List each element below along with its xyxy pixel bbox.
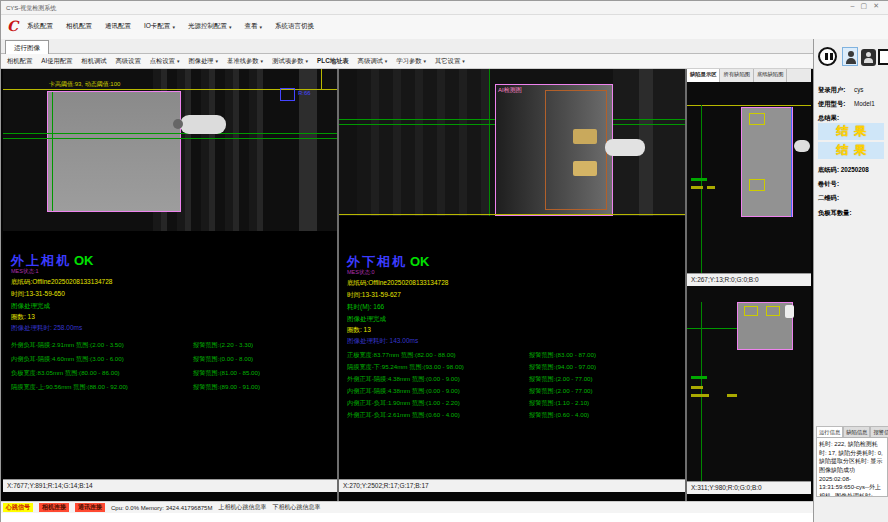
alarm-range: 报警范围:(2.20 - 3.30): [193, 341, 253, 350]
measurement-value: 内侧正耳-负耳:1.90mm 范围:(1.00 - 2.20): [347, 399, 529, 408]
alarm-range: 报警范围:(2.00 - 77.00): [529, 375, 593, 384]
close-icon[interactable]: ✕: [873, 2, 885, 9]
log-panel[interactable]: 耗时: 222, 缺陷检测耗时: 17, 缺陷分类耗时: 0, 缺陷提取分区耗时…: [816, 437, 888, 497]
toolbar-label: AI使用配置: [41, 57, 72, 66]
logout-button[interactable]: [878, 47, 888, 68]
bottom-filler: [1, 513, 813, 522]
green-measure-line: [3, 133, 337, 134]
green-vertical-line: [489, 69, 490, 216]
result-badge-upper: 结果: [818, 123, 884, 140]
lower-thumbnail-image[interactable]: [687, 286, 811, 481]
tiny-overlay-text-mark: [707, 186, 715, 189]
yellow-vertical-line: [321, 69, 322, 90]
toolbar-camera-config[interactable]: 相机配置: [7, 57, 32, 66]
menu-item-io-config[interactable]: IO卡配置▾: [144, 22, 175, 31]
ai-region-label: AI检测图: [498, 86, 522, 95]
toolbar-plc-address[interactable]: PLC地址表: [317, 57, 349, 66]
toolbar-advanced-debug[interactable]: 高级调试▾: [358, 57, 388, 66]
toolbar-image-processing[interactable]: 图像处理▾: [188, 57, 218, 66]
tiny-overlay-text-mark: [691, 186, 703, 189]
menu-label: 系统配置: [27, 22, 53, 31]
dropdown-arrow-icon: ▾: [216, 58, 219, 64]
measurement-value: 内侧正耳-隔膜:4.38mm 范围:(0.00 - 9.00): [347, 387, 529, 396]
menu-label: 光源控制配置: [188, 22, 227, 31]
lower-camera-image[interactable]: AI检测图: [339, 69, 685, 216]
blue-edge-line: [791, 107, 792, 217]
menu-label: 查看: [244, 22, 257, 31]
toolbar-label: 图像处理: [188, 57, 213, 66]
machine-background: [357, 69, 489, 216]
upper-camera-info: 外上相机OK MES状态:1 底纸码:Offline20250208133134…: [3, 231, 337, 479]
menu-item-comm-config[interactable]: 通讯配置: [105, 22, 131, 31]
toolbar-test-params[interactable]: 测试项参数▾: [272, 57, 308, 66]
electrode-region-box: [47, 91, 181, 212]
tab-paper-defects[interactable]: 底纸缺陷图: [754, 69, 787, 82]
dropdown-arrow-icon: ▾: [261, 58, 264, 64]
yellow-roi-box: [749, 113, 765, 125]
toolbar-label: 其它设置: [435, 57, 460, 66]
result-ok-badge: OK: [410, 254, 430, 269]
toolbar-advanced-settings[interactable]: 高级设置: [116, 57, 141, 66]
tab-all-defects[interactable]: 所有缺陷图: [720, 69, 753, 82]
yellow-reference-line: [687, 105, 811, 106]
menu-item-light-control[interactable]: 光源控制配置▾: [188, 22, 232, 31]
toolbar-label: 基准线参数: [227, 57, 258, 66]
toolbar-label: 相机调试: [81, 57, 106, 66]
paper-code-label: 底纸码: 20250208: [818, 166, 869, 175]
menu-item-system-config[interactable]: 系统配置: [27, 22, 53, 31]
measurement-row: 隔膜宽度-上:90.56mm 范围:(88.00 - 92.00)报警范围:(8…: [11, 383, 335, 392]
model-value: Model1: [854, 100, 875, 107]
logout-door-icon: [878, 49, 888, 65]
toolbar-baseline-params[interactable]: 基准线参数▾: [227, 57, 263, 66]
upper-thumbnail-image[interactable]: [687, 82, 811, 273]
login-user-button[interactable]: [842, 47, 862, 68]
toolbar-other-settings[interactable]: 其它设置▾: [435, 57, 465, 66]
toolbar-camera-debug[interactable]: 相机调试: [81, 57, 106, 66]
measurement-row: 内侧正耳-负耳:1.90mm 范围:(1.00 - 2.20)报警范围:(1.1…: [347, 399, 683, 408]
lower-thumbnail-statusbar: X:311;Y:980;R:0;G:0;B:0: [687, 481, 811, 494]
result-text: 结果: [830, 142, 872, 159]
alarm-range: 报警范围:(89.00 - 91.00): [193, 383, 260, 392]
camera-name: 外下相机: [347, 254, 407, 269]
roi-box: [280, 88, 295, 101]
menu-item-view[interactable]: 查看▾: [244, 22, 262, 31]
measurement-value: 隔膜宽度-下:95.24mm 范围:(93.00 - 98.00): [347, 363, 529, 372]
result-ok-badge: OK: [74, 253, 94, 268]
menu-item-language-switch[interactable]: 系统语言切换: [275, 22, 314, 31]
lower-camera-info: 外下相机OK MES状态:0 底纸码:Offline20250208133134…: [339, 216, 685, 479]
extra-elapsed-text: 耗时(M): 166: [347, 303, 384, 312]
gripper-tip: [173, 119, 183, 129]
maximize-icon[interactable]: ▢: [861, 2, 874, 9]
toolbar-learning-params[interactable]: 学习参数▾: [396, 57, 426, 66]
menu-item-camera-config[interactable]: 相机配置: [66, 22, 92, 31]
toolbar-spot-check[interactable]: 点检设置▾: [150, 57, 180, 66]
login-user-label: 登录用户:: [818, 86, 845, 95]
needle-number-label: 卷针号:: [818, 180, 839, 189]
toolbar-label: 高级设置: [116, 57, 141, 66]
titlebar: CYS-视觉检测系统 –▢✕: [1, 1, 888, 15]
tab-strip: 运行图像: [1, 39, 813, 54]
gripper-arm: [180, 115, 226, 134]
green-edge-line: [52, 92, 53, 211]
tab-run-image[interactable]: 运行图像: [5, 40, 49, 54]
yellow-roi-box: [744, 306, 758, 316]
gripper-arm: [794, 140, 810, 152]
process-done-text: 图像处理完成: [11, 302, 50, 311]
green-measure-line: [687, 328, 737, 329]
tab-defect-display[interactable]: 缺陷显示区: [687, 69, 720, 82]
pause-button[interactable]: [818, 47, 838, 68]
dropdown-arrow-icon: ▾: [385, 58, 388, 64]
electrode-tab: [573, 129, 597, 144]
alarm-range: 报警范围:(2.00 - 77.00): [529, 387, 593, 396]
minimize-icon[interactable]: –: [851, 2, 861, 9]
measurement-value: 外侧正耳-负耳:2.61mm 范围:(0.60 - 4.00): [347, 411, 529, 420]
lower-camera-statusbar: X:270;Y:2502;R:17;G:17;B:17: [339, 479, 685, 492]
total-result-label: 总结果:: [818, 114, 839, 123]
window-title: CYS-视觉检测系统: [6, 4, 56, 13]
dropdown-arrow-icon: ▾: [177, 58, 180, 64]
menu-label: 相机配置: [66, 22, 92, 31]
upper-camera-image[interactable]: R:66 卡高阈值:93, 动态阈值:100: [3, 69, 337, 231]
dropdown-arrow-icon: ▾: [229, 24, 232, 30]
toolbar-ai-config[interactable]: AI使用配置: [41, 57, 72, 66]
barcode-text: 底纸码:Offline20250208133134728: [347, 279, 448, 288]
